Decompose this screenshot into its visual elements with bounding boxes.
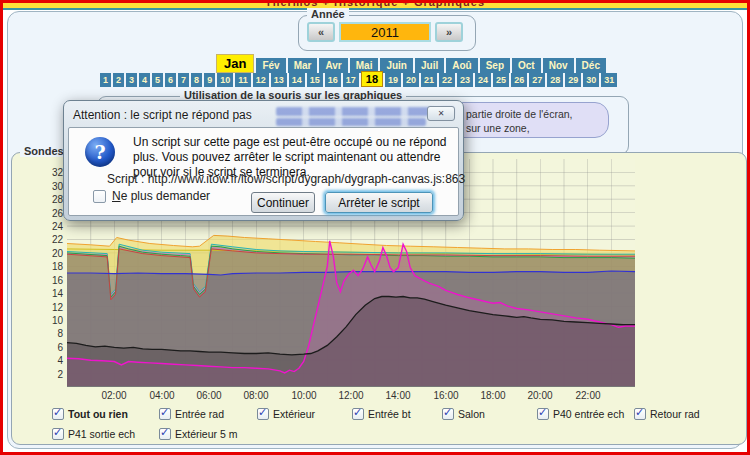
day-tab-27[interactable]: 27 <box>529 73 545 87</box>
next-year-button[interactable]: » <box>435 22 463 42</box>
y-tick-label: 4 <box>41 355 63 366</box>
blurred-page-text-behind-glass <box>276 118 426 126</box>
dialog-body: ? Un script sur cette page est peut-être… <box>68 127 459 216</box>
y-tick-label: 6 <box>41 342 63 353</box>
checkbox-label: Retour rad <box>650 408 700 420</box>
checkbox-label: Tout ou rien <box>68 408 128 420</box>
day-tab-7[interactable]: 7 <box>178 73 189 87</box>
stop-script-button[interactable]: Arrêter le script <box>325 192 433 213</box>
checkbox-label: Extérieur <box>273 408 315 420</box>
x-tick-label: 16:00 <box>426 390 466 401</box>
y-tick-label: 12 <box>41 302 63 313</box>
close-icon[interactable]: ✕ <box>427 106 455 121</box>
day-tab-21[interactable]: 21 <box>421 73 437 87</box>
y-tick-label: 10 <box>41 315 63 326</box>
day-tab-16[interactable]: 16 <box>325 73 341 87</box>
checkbox-box[interactable]: ✓ <box>442 408 454 420</box>
y-tick-label: 20 <box>41 248 63 259</box>
day-tab-29[interactable]: 29 <box>565 73 581 87</box>
checkbox-box[interactable]: ✓ <box>634 408 646 420</box>
sensor-checkbox-salon[interactable]: ✓Salon <box>442 408 485 420</box>
checkbox-box[interactable]: ✓ <box>257 408 269 420</box>
day-tab-9[interactable]: 9 <box>204 73 215 87</box>
check-mark-icon: ✓ <box>160 426 169 439</box>
checkbox-label: Entrée bt <box>368 408 411 420</box>
checkbox-label: Salon <box>458 408 485 420</box>
sensor-checkbox-entree-bt[interactable]: ✓Entrée bt <box>352 408 411 420</box>
checkbox-label: P41 sortie ech <box>68 428 135 440</box>
day-tab-17[interactable]: 17 <box>343 73 359 87</box>
sensor-checkbox-tout-ou-rien[interactable]: ✓Tout ou rien <box>52 408 128 420</box>
day-tab-4[interactable]: 4 <box>139 73 150 87</box>
day-tab-1[interactable]: 1 <box>100 73 111 87</box>
question-mark-icon: ? <box>85 137 115 167</box>
day-tab-3[interactable]: 3 <box>126 73 137 87</box>
dialog-script-url: Script : http://www.itow.fr/itow/script/… <box>107 172 465 186</box>
sensor-checkbox-exterieur-5-m[interactable]: ✓Extérieur 5 m <box>159 428 237 440</box>
sensor-checkbox-exterieur[interactable]: ✓Extérieur <box>257 408 315 420</box>
x-tick-label: 06:00 <box>189 390 229 401</box>
y-tick-label: 14 <box>41 288 63 299</box>
day-tab-20[interactable]: 20 <box>403 73 419 87</box>
sensor-checkbox-p41-sortie-ech[interactable]: ✓P41 sortie ech <box>52 428 135 440</box>
dialog-title: Attention : le script ne répond pas <box>73 108 252 122</box>
day-tab-28[interactable]: 28 <box>547 73 563 87</box>
y-tick-label: 18 <box>41 261 63 272</box>
day-tab-31[interactable]: 31 <box>601 73 617 87</box>
day-tab-23[interactable]: 23 <box>457 73 473 87</box>
script-warning-dialog: Attention : le script ne répond pas ✕ ? … <box>63 100 464 221</box>
x-tick-label: 02:00 <box>94 390 134 401</box>
day-tab-30[interactable]: 30 <box>583 73 599 87</box>
day-tab-12[interactable]: 12 <box>253 73 269 87</box>
day-tab-13[interactable]: 13 <box>271 73 287 87</box>
y-tick-label: 26 <box>41 208 63 219</box>
y-tick-label: 16 <box>41 275 63 286</box>
x-tick-label: 10:00 <box>284 390 324 401</box>
checkbox-box[interactable]: ✓ <box>537 408 549 420</box>
x-tick-label: 08:00 <box>236 390 276 401</box>
checkbox-box[interactable]: ✓ <box>352 408 364 420</box>
year-value: 2011 <box>339 22 431 42</box>
usage-note-line1: partie droite de l'écran, <box>466 108 572 120</box>
checkbox-box[interactable]: ✓ <box>52 408 64 420</box>
day-tab-11[interactable]: 11 <box>235 73 251 87</box>
checkbox-box[interactable]: ✓ <box>52 428 64 440</box>
previous-year-button[interactable]: « <box>307 22 335 42</box>
x-tick-label: 14:00 <box>378 390 418 401</box>
y-tick-label: 24 <box>41 221 63 232</box>
checkbox-box[interactable]: ✓ <box>159 408 171 420</box>
day-tab-8[interactable]: 8 <box>191 73 202 87</box>
page: Thermos + Historique + Graphiques Année … <box>0 0 750 455</box>
checkbox-label: P40 entrée ech <box>553 408 624 420</box>
x-tick-label: 12:00 <box>331 390 371 401</box>
day-tab-14[interactable]: 14 <box>289 73 305 87</box>
day-tab-19[interactable]: 19 <box>385 73 401 87</box>
day-tab-2[interactable]: 2 <box>113 73 124 87</box>
y-tick-label: 32 <box>41 167 63 178</box>
checkbox-box[interactable]: ✓ <box>159 428 171 440</box>
continue-button[interactable]: Continuer <box>251 192 315 213</box>
day-tab-18[interactable]: 18 <box>361 71 383 87</box>
x-tick-label: 18:00 <box>473 390 513 401</box>
day-tab-15[interactable]: 15 <box>307 73 323 87</box>
y-tick-label: 22 <box>41 234 63 245</box>
sensor-checkbox-retour-rad[interactable]: ✓Retour rad <box>634 408 700 420</box>
y-tick-label: 8 <box>41 328 63 339</box>
sensor-checkbox-entree-rad[interactable]: ✓Entrée rad <box>159 408 224 420</box>
day-tab-25[interactable]: 25 <box>493 73 509 87</box>
day-tab-24[interactable]: 24 <box>475 73 491 87</box>
sensor-checkbox-p40-entree-ech[interactable]: ✓P40 entrée ech <box>537 408 624 420</box>
top-divider-line <box>3 8 747 10</box>
day-tab-5[interactable]: 5 <box>152 73 163 87</box>
checkbox-box[interactable] <box>93 190 106 203</box>
sondes-legend: Sondes <box>20 145 68 157</box>
day-tab-6[interactable]: 6 <box>165 73 176 87</box>
dont-ask-again-checkbox[interactable]: Ne plus demander <box>93 189 210 203</box>
x-tick-label: 20:00 <box>520 390 560 401</box>
day-tab-26[interactable]: 26 <box>511 73 527 87</box>
day-tabs: 1234567891011121314151617181920212223242… <box>100 71 617 87</box>
x-tick-label: 22:00 <box>568 390 608 401</box>
day-tab-10[interactable]: 10 <box>217 73 233 87</box>
day-tab-22[interactable]: 22 <box>439 73 455 87</box>
checkbox-label: Extérieur 5 m <box>175 428 237 440</box>
